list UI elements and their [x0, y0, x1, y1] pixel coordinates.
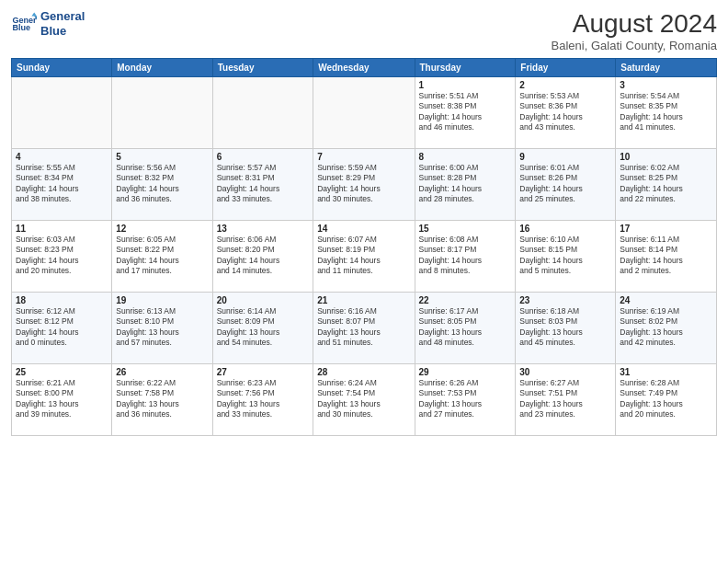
table-row: 13Sunrise: 6:06 AM Sunset: 8:20 PM Dayli… [212, 221, 313, 293]
day-info: Sunrise: 6:14 AM Sunset: 8:09 PM Dayligh… [217, 306, 309, 349]
table-row: 5Sunrise: 5:56 AM Sunset: 8:32 PM Daylig… [112, 149, 212, 221]
day-number: 18 [16, 295, 108, 305]
table-row: 15Sunrise: 6:08 AM Sunset: 8:17 PM Dayli… [415, 221, 516, 293]
table-row: 28Sunrise: 6:24 AM Sunset: 7:54 PM Dayli… [313, 364, 415, 436]
day-info: Sunrise: 6:26 AM Sunset: 7:53 PM Dayligh… [419, 378, 512, 420]
logo: General Blue General Blue [11, 9, 85, 38]
day-info: Sunrise: 6:01 AM Sunset: 8:26 PM Dayligh… [519, 163, 611, 205]
col-monday: Monday [112, 59, 212, 77]
table-row: 14Sunrise: 6:07 AM Sunset: 8:19 PM Dayli… [313, 221, 415, 293]
table-row: 12Sunrise: 6:05 AM Sunset: 8:22 PM Dayli… [112, 221, 212, 293]
day-number: 4 [16, 152, 108, 162]
table-row: 25Sunrise: 6:21 AM Sunset: 8:00 PM Dayli… [12, 364, 112, 436]
day-number: 30 [519, 367, 611, 377]
day-info: Sunrise: 5:57 AM Sunset: 8:31 PM Dayligh… [217, 163, 309, 205]
day-number: 29 [419, 367, 512, 377]
day-number: 13 [217, 224, 309, 234]
table-row: 9Sunrise: 6:01 AM Sunset: 8:26 PM Daylig… [516, 149, 616, 221]
table-row: 21Sunrise: 6:16 AM Sunset: 8:07 PM Dayli… [313, 293, 415, 364]
day-number: 1 [419, 80, 512, 90]
day-info: Sunrise: 5:59 AM Sunset: 8:29 PM Dayligh… [317, 163, 410, 205]
day-info: Sunrise: 6:06 AM Sunset: 8:20 PM Dayligh… [217, 235, 309, 277]
table-row [212, 77, 313, 149]
col-saturday: Saturday [616, 59, 717, 77]
day-number: 6 [217, 152, 309, 162]
day-number: 15 [419, 224, 512, 234]
day-number: 9 [519, 152, 611, 162]
day-info: Sunrise: 6:28 AM Sunset: 7:49 PM Dayligh… [620, 378, 712, 420]
table-row: 26Sunrise: 6:22 AM Sunset: 7:58 PM Dayli… [112, 364, 212, 436]
table-row: 11Sunrise: 6:03 AM Sunset: 8:23 PM Dayli… [12, 221, 112, 293]
table-row: 23Sunrise: 6:18 AM Sunset: 8:03 PM Dayli… [516, 293, 616, 364]
table-row: 18Sunrise: 6:12 AM Sunset: 8:12 PM Dayli… [12, 293, 112, 364]
table-row: 30Sunrise: 6:27 AM Sunset: 7:51 PM Dayli… [516, 364, 616, 436]
title-block: August 2024 Baleni, Galati County, Roman… [552, 9, 717, 52]
day-number: 21 [317, 295, 410, 305]
table-row [313, 77, 415, 149]
day-number: 31 [620, 367, 712, 377]
day-info: Sunrise: 6:21 AM Sunset: 8:00 PM Dayligh… [16, 378, 108, 420]
day-number: 3 [620, 80, 712, 90]
day-number: 17 [620, 224, 712, 234]
header: General Blue General Blue August 2024 Ba… [11, 9, 717, 52]
location: Baleni, Galati County, Romania [552, 39, 717, 52]
calendar-week-row: 18Sunrise: 6:12 AM Sunset: 8:12 PM Dayli… [12, 293, 717, 364]
calendar: Sunday Monday Tuesday Wednesday Thursday… [11, 58, 717, 436]
logo-text-line1: General [40, 9, 85, 24]
day-info: Sunrise: 5:53 AM Sunset: 8:36 PM Dayligh… [519, 91, 611, 133]
day-number: 22 [419, 295, 512, 305]
day-info: Sunrise: 5:54 AM Sunset: 8:35 PM Dayligh… [620, 91, 712, 133]
day-number: 19 [116, 295, 208, 305]
table-row: 19Sunrise: 6:13 AM Sunset: 8:10 PM Dayli… [112, 293, 212, 364]
table-row: 20Sunrise: 6:14 AM Sunset: 8:09 PM Dayli… [212, 293, 313, 364]
table-row: 3Sunrise: 5:54 AM Sunset: 8:35 PM Daylig… [616, 77, 717, 149]
calendar-week-row: 4Sunrise: 5:55 AM Sunset: 8:34 PM Daylig… [12, 149, 717, 221]
table-row: 1Sunrise: 5:51 AM Sunset: 8:38 PM Daylig… [415, 77, 516, 149]
table-row: 6Sunrise: 5:57 AM Sunset: 8:31 PM Daylig… [212, 149, 313, 221]
table-row: 16Sunrise: 6:10 AM Sunset: 8:15 PM Dayli… [516, 221, 616, 293]
table-row [12, 77, 112, 149]
day-number: 20 [217, 295, 309, 305]
svg-text:Blue: Blue [12, 23, 30, 32]
day-number: 11 [16, 224, 108, 234]
table-row: 27Sunrise: 6:23 AM Sunset: 7:56 PM Dayli… [212, 364, 313, 436]
month-year: August 2024 [552, 9, 717, 39]
day-number: 28 [317, 367, 410, 377]
day-info: Sunrise: 6:16 AM Sunset: 8:07 PM Dayligh… [317, 306, 410, 349]
day-number: 24 [620, 295, 712, 305]
table-row: 31Sunrise: 6:28 AM Sunset: 7:49 PM Dayli… [616, 364, 717, 436]
col-thursday: Thursday [415, 59, 516, 77]
table-row: 10Sunrise: 6:02 AM Sunset: 8:25 PM Dayli… [616, 149, 717, 221]
day-number: 16 [519, 224, 611, 234]
table-row: 22Sunrise: 6:17 AM Sunset: 8:05 PM Dayli… [415, 293, 516, 364]
day-number: 14 [317, 224, 410, 234]
calendar-header-row: Sunday Monday Tuesday Wednesday Thursday… [12, 59, 717, 77]
table-row [112, 77, 212, 149]
day-info: Sunrise: 6:27 AM Sunset: 7:51 PM Dayligh… [519, 378, 611, 420]
day-info: Sunrise: 6:13 AM Sunset: 8:10 PM Dayligh… [116, 306, 208, 349]
calendar-week-row: 1Sunrise: 5:51 AM Sunset: 8:38 PM Daylig… [12, 77, 717, 149]
day-info: Sunrise: 6:08 AM Sunset: 8:17 PM Dayligh… [419, 235, 512, 277]
day-info: Sunrise: 5:51 AM Sunset: 8:38 PM Dayligh… [419, 91, 512, 133]
day-info: Sunrise: 6:02 AM Sunset: 8:25 PM Dayligh… [620, 163, 712, 205]
day-info: Sunrise: 5:56 AM Sunset: 8:32 PM Dayligh… [116, 163, 208, 205]
general-blue-logo-icon: General Blue [11, 11, 37, 37]
day-info: Sunrise: 6:07 AM Sunset: 8:19 PM Dayligh… [317, 235, 410, 277]
table-row: 24Sunrise: 6:19 AM Sunset: 8:02 PM Dayli… [616, 293, 717, 364]
logo-text-line2: Blue [40, 24, 85, 39]
calendar-week-row: 11Sunrise: 6:03 AM Sunset: 8:23 PM Dayli… [12, 221, 717, 293]
day-number: 25 [16, 367, 108, 377]
day-info: Sunrise: 6:12 AM Sunset: 8:12 PM Dayligh… [16, 306, 108, 349]
day-number: 7 [317, 152, 410, 162]
day-number: 5 [116, 152, 208, 162]
table-row: 29Sunrise: 6:26 AM Sunset: 7:53 PM Dayli… [415, 364, 516, 436]
calendar-week-row: 25Sunrise: 6:21 AM Sunset: 8:00 PM Dayli… [12, 364, 717, 436]
day-number: 2 [519, 80, 611, 90]
day-number: 23 [519, 295, 611, 305]
table-row: 8Sunrise: 6:00 AM Sunset: 8:28 PM Daylig… [415, 149, 516, 221]
table-row: 2Sunrise: 5:53 AM Sunset: 8:36 PM Daylig… [516, 77, 616, 149]
day-info: Sunrise: 6:03 AM Sunset: 8:23 PM Dayligh… [16, 235, 108, 277]
day-number: 12 [116, 224, 208, 234]
day-number: 27 [217, 367, 309, 377]
day-info: Sunrise: 6:10 AM Sunset: 8:15 PM Dayligh… [519, 235, 611, 277]
